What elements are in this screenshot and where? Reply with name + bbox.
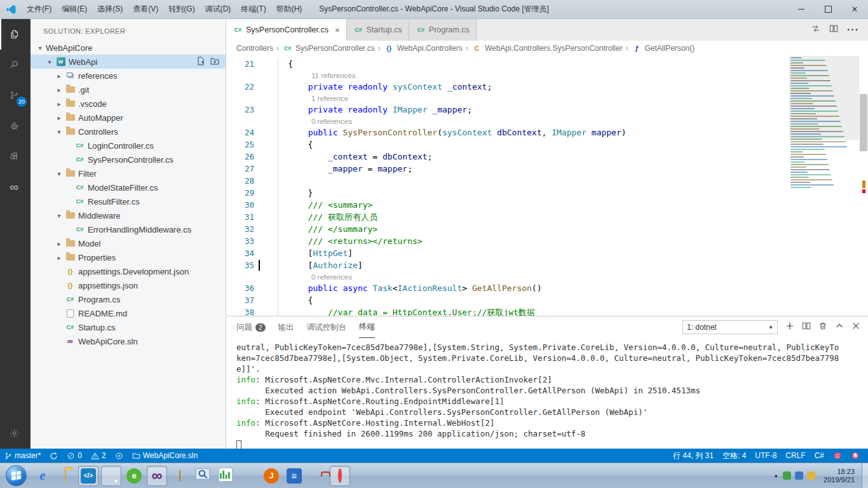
tree-item-webapicore-sln[interactable]: ∞WebApiCore.sln <box>31 334 226 348</box>
close-tab-icon[interactable]: × <box>335 25 340 35</box>
line-number[interactable]: 38 <box>226 306 258 316</box>
new-terminal-icon[interactable] <box>785 322 794 333</box>
line-number[interactable]: 36 <box>226 282 258 294</box>
code-editor[interactable]: 21 {11 references22 private readonly sys… <box>226 56 868 316</box>
status-errors[interactable]: 0 <box>62 449 86 463</box>
tree-item-readme-md[interactable]: README.md <box>31 306 226 320</box>
line-number[interactable]: 26 <box>226 151 258 163</box>
taskbar-java-app[interactable]: J <box>261 466 281 486</box>
line-number[interactable]: 28 <box>226 175 258 187</box>
tree-item-webapicore[interactable]: ▾WebApiCore <box>31 41 226 55</box>
code-text[interactable]: [HttpGet] <box>268 247 353 259</box>
line-number[interactable]: 33 <box>226 235 258 247</box>
code-text[interactable]: private readonly IMapper _mapper; <box>268 104 472 116</box>
minimap-slider[interactable] <box>789 56 859 140</box>
status-solution[interactable]: WebApiCore.sln <box>128 449 202 463</box>
code-text[interactable]: { <box>268 139 313 151</box>
code-text[interactable]: private readonly sysContext _context; <box>268 81 492 93</box>
tree-item-vscode[interactable]: ▸.vscode <box>31 97 226 111</box>
tray-expand-icon[interactable]: ▲ <box>773 473 778 478</box>
tree-item-automapper[interactable]: ▸AutoMapper <box>31 111 226 125</box>
maximize-panel-icon[interactable] <box>835 322 844 333</box>
line-number[interactable]: 30 <box>226 199 258 211</box>
line-number[interactable]: 27 <box>226 163 258 175</box>
code-text[interactable]: public SysPersonController(sysContext db… <box>268 126 627 139</box>
panel-tab-problems[interactable]: 问题2 <box>236 316 266 338</box>
line-number[interactable]: 35 <box>226 259 258 271</box>
tree-item-logincontroller-cs[interactable]: C#LoginController.cs <box>31 139 226 152</box>
minimize-button[interactable] <box>788 0 815 18</box>
tree-item-syspersoncontroller-cs[interactable]: C#SysPersonController.cs <box>31 152 226 166</box>
line-number[interactable]: 21 <box>226 58 258 70</box>
status-indentation[interactable]: 空格: 4 <box>718 449 750 463</box>
tray-icon-green[interactable] <box>783 471 791 480</box>
taskbar-browser-360[interactable]: e <box>124 466 144 486</box>
taskbar-search-tool[interactable] <box>193 466 213 486</box>
breadcrumb-item-controllers[interactable]: Controllers <box>236 44 273 53</box>
taskbar-chrome[interactable] <box>101 466 121 486</box>
editor-scrollbar[interactable] <box>860 94 867 151</box>
taskbar-vscode[interactable]: </> <box>78 466 98 486</box>
tree-item-errorhandlingmiddleware-cs[interactable]: C#ErrorHandlingMiddleware.cs <box>31 222 226 236</box>
status-debug-status[interactable] <box>111 449 128 463</box>
codelens-link[interactable]: 0 references <box>311 118 352 125</box>
tree-item-appsettings-development-json[interactable]: {}appsettings.Development.json <box>31 264 226 278</box>
new-folder-icon[interactable] <box>210 57 219 65</box>
line-number[interactable]: 34 <box>226 247 258 259</box>
tree-item-webapi[interactable]: ▾WWebApi <box>31 55 226 69</box>
close-button[interactable]: × <box>841 0 868 18</box>
status-notifications[interactable] <box>846 449 864 463</box>
status-sync[interactable] <box>45 449 62 463</box>
breadcrumb-item-getallperson[interactable]: ƒGetAllPerson() <box>631 43 695 53</box>
menu-edit[interactable]: 编辑(E) <box>57 0 92 18</box>
tree-item-resultfilter-cs[interactable]: C#ResultFilter.cs <box>31 194 226 208</box>
panel-tab-debug-console[interactable]: 调试控制台 <box>307 316 347 338</box>
activity-visual-studio[interactable]: ∞ <box>0 172 31 202</box>
terminal-picker[interactable]: 1: dotnet ▼ <box>682 320 778 334</box>
taskbar-chart-tool[interactable] <box>215 466 236 486</box>
tree-item-controllers[interactable]: ▾Controllers <box>31 125 226 139</box>
menu-selection[interactable]: 选择(S) <box>92 0 128 18</box>
code-text[interactable]: /// 获取所有人员 <box>268 211 377 223</box>
code-text[interactable]: public async Task<IActionResult> GetAllP… <box>268 282 542 294</box>
tray-icon-yellow[interactable] <box>807 471 815 480</box>
line-number[interactable]: 25 <box>226 139 258 151</box>
activity-explorer[interactable] <box>0 19 31 50</box>
tree-item-model[interactable]: ▸Model <box>31 236 226 250</box>
line-number[interactable]: 31 <box>226 211 258 223</box>
new-file-icon[interactable] <box>196 57 205 65</box>
line-number[interactable]: 24 <box>226 126 258 139</box>
tree-item-program-cs[interactable]: C#Program.cs <box>31 292 226 306</box>
line-number[interactable]: 29 <box>226 187 258 199</box>
code-text[interactable]: /// <returns></returns> <box>268 235 423 247</box>
code-text[interactable]: { <box>268 58 293 70</box>
tree-item-filter[interactable]: ▾Filter <box>31 166 226 180</box>
taskbar-media-player[interactable] <box>330 466 350 486</box>
activity-search[interactable] <box>0 50 31 80</box>
tray-icon-blue[interactable] <box>795 471 803 480</box>
menu-file[interactable]: 文件(F) <box>22 0 57 18</box>
code-text[interactable]: } <box>268 187 313 199</box>
activity-debug[interactable] <box>0 111 31 141</box>
status-encoding[interactable]: UTF-8 <box>750 449 781 463</box>
taskbar-clock[interactable]: 18:23 2019/9/21 <box>824 468 855 484</box>
tab-program-cs[interactable]: C#Program.cs <box>409 19 477 41</box>
status-git-branch[interactable]: master* <box>0 449 45 463</box>
tree-item-git[interactable]: ▸.git <box>31 83 226 97</box>
breadcrumb-item-webapi-controllers[interactable]: {}WebApi.Controllers <box>384 43 463 53</box>
kill-terminal-icon[interactable] <box>818 322 827 333</box>
menu-debug[interactable]: 调试(D) <box>200 0 236 18</box>
menu-terminal[interactable]: 终端(T) <box>236 0 271 18</box>
status-cursor-position[interactable]: 行 44, 列 31 <box>668 449 718 463</box>
line-number[interactable]: 37 <box>226 294 258 306</box>
status-warnings[interactable]: 2 <box>86 449 111 463</box>
breadcrumb-item-syspersoncontroller-cs[interactable]: C#SysPersonController.cs <box>282 43 375 53</box>
tree-item-middleware[interactable]: ▾Middleware <box>31 208 226 222</box>
menu-help[interactable]: 帮助(H) <box>271 0 308 18</box>
line-number[interactable]: 22 <box>226 81 258 93</box>
taskbar-database-tool[interactable] <box>170 466 190 486</box>
tree-item-startup-cs[interactable]: C#Startup.cs <box>31 320 226 334</box>
split-editor-icon[interactable] <box>829 24 838 36</box>
taskbar-file-explorer[interactable] <box>55 466 76 486</box>
maximize-button[interactable] <box>815 0 841 18</box>
